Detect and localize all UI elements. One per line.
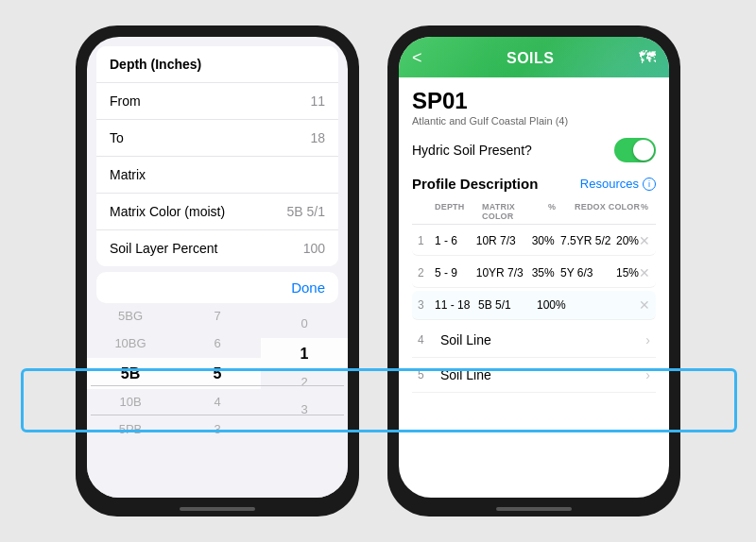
soil-id: SP01 — [412, 89, 656, 113]
left-content: Depth (Inches) From 11 To 18 Matrix — [87, 37, 348, 498]
row3-delete[interactable]: ✕ — [639, 297, 650, 313]
from-value: 11 — [310, 93, 325, 109]
scene: Depth (Inches) From 11 To 18 Matrix — [0, 0, 756, 542]
picker-item: 10B — [87, 389, 174, 416]
resources-label: Resources — [580, 177, 639, 191]
picker-item: 5PB — [87, 416, 174, 444]
picker-col-hue[interactable]: 5BG 10BG 5B 10B 5PB — [87, 303, 174, 498]
right-phone: < SOILS 🗺 SP01 Atlantic and Gulf Coastal… — [387, 25, 680, 517]
chevron-right-4: › — [645, 332, 650, 347]
picker-col-chroma[interactable]: 0 1 2 3 — [261, 303, 348, 498]
row3-depth: 11 - 18 — [435, 298, 478, 312]
matrix-label: Matrix — [110, 167, 146, 182]
done-button[interactable]: Done — [291, 279, 325, 296]
picker-item: 6 — [174, 330, 261, 358]
row1-redox: 7.5YR 5/2 — [560, 234, 616, 247]
chevron-right-5: › — [645, 367, 650, 382]
form-row-matrix[interactable]: Matrix — [96, 157, 338, 194]
soils-title: SOILS — [422, 50, 639, 67]
soils-body[interactable]: SP01 Atlantic and Gulf Coastal Plain (4)… — [399, 77, 669, 498]
to-value: 18 — [310, 130, 325, 145]
picker-item-selected-hue: 5B — [87, 358, 174, 390]
picker-item: 3 — [174, 416, 261, 444]
soil-line-4-num: 4 — [418, 333, 433, 347]
picker-item — [261, 303, 348, 311]
picker-item-selected-val: 5 — [174, 358, 261, 390]
row3-pct: 100% — [537, 298, 567, 312]
picker-col-value[interactable]: 7 6 5 4 3 — [174, 303, 261, 498]
row1-pct: 30% — [532, 234, 560, 247]
row1-delete[interactable]: ✕ — [639, 233, 650, 248]
soil-line-4-label: Soil Line — [440, 332, 491, 347]
row1-pct2: 20% — [616, 234, 639, 247]
picker-item-selected-chroma: 1 — [261, 338, 348, 370]
form-row-from[interactable]: From 11 — [96, 83, 338, 120]
picker-wheel: 5BG 10BG 5B 10B 5PB 7 6 5 4 3 — [87, 303, 348, 498]
th-pct2: % — [641, 202, 650, 221]
hydric-toggle[interactable] — [614, 138, 656, 162]
toggle-label: Hydric Soil Present? — [412, 143, 532, 158]
layer-pct-value: 100 — [303, 241, 325, 256]
soil-line-5-num: 5 — [418, 368, 433, 381]
soil-line-5[interactable]: 5 Soil Line › — [412, 358, 656, 393]
form-row-header: Depth (Inches) — [96, 46, 338, 83]
matrix-color-value: 5B 5/1 — [287, 204, 325, 219]
info-icon: i — [643, 178, 656, 191]
picker-item: 3 — [261, 397, 348, 424]
row2-pct2: 15% — [616, 266, 639, 279]
row2-depth: 5 - 9 — [435, 266, 476, 279]
th-pct: % — [548, 202, 575, 221]
row1-matrix: 10R 7/3 — [476, 234, 532, 247]
to-label: To — [110, 130, 124, 145]
row1-depth: 1 - 6 — [435, 234, 476, 247]
table-header: DEPTH MATRIX COLOR % REDOX COLOR % — [412, 199, 656, 225]
form-row-matrix-color[interactable]: Matrix Color (moist) 5B 5/1 — [96, 194, 338, 230]
soils-header: < SOILS 🗺 — [399, 37, 669, 77]
form-row-layer-pct[interactable]: Soil Layer Percent 100 — [96, 230, 338, 266]
row2-matrix: 10YR 7/3 — [476, 266, 532, 279]
form-row-to[interactable]: To 18 — [96, 120, 338, 157]
picker-item: 2 — [261, 369, 348, 397]
map-icon[interactable]: 🗺 — [639, 48, 656, 68]
picker-item: 0 — [261, 311, 348, 338]
table-row-1[interactable]: 1 1 - 6 10R 7/3 30% 7.5YR 5/2 20% ✕ — [412, 227, 656, 256]
soil-subtitle: Atlantic and Gulf Coastal Plain (4) — [412, 115, 656, 127]
row3-num: 3 — [418, 298, 435, 312]
table-row-2[interactable]: 2 5 - 9 10YR 7/3 35% 5Y 6/3 15% ✕ — [412, 259, 656, 288]
picker-item: 10BG — [87, 330, 174, 358]
picker-item: 5BG — [87, 303, 174, 330]
row3-matrix: 5B 5/1 — [478, 298, 537, 312]
left-screen: Depth (Inches) From 11 To 18 Matrix — [87, 37, 348, 498]
row2-num: 2 — [418, 266, 435, 279]
row2-delete[interactable]: ✕ — [639, 265, 650, 280]
th-redox: REDOX COLOR — [575, 202, 641, 221]
soil-line-4-left: 4 Soil Line — [418, 332, 491, 347]
right-screen: < SOILS 🗺 SP01 Atlantic and Gulf Coastal… — [399, 37, 669, 498]
home-indicator-left — [180, 507, 255, 511]
soil-line-4[interactable]: 4 Soil Line › — [412, 323, 656, 358]
resources-link[interactable]: Resources i — [580, 177, 656, 191]
matrix-color-label: Matrix Color (moist) — [110, 204, 225, 219]
th-matrix: MATRIX COLOR — [482, 202, 548, 221]
picker-area[interactable]: 5BG 10BG 5B 10B 5PB 7 6 5 4 3 — [87, 303, 348, 498]
soil-line-5-label: Soil Line — [440, 367, 491, 382]
toggle-row: Hydric Soil Present? — [412, 138, 656, 162]
th-depth: DEPTH — [435, 202, 482, 221]
row1-num: 1 — [418, 234, 435, 247]
depth-header-label: Depth (Inches) — [110, 57, 201, 72]
soil-line-5-left: 5 Soil Line — [418, 367, 491, 382]
row2-redox: 5Y 6/3 — [560, 266, 616, 279]
section-header: Profile Description Resources i — [412, 176, 656, 192]
profile-title: Profile Description — [412, 176, 538, 192]
picker-item: 7 — [174, 303, 261, 330]
th-num — [418, 202, 435, 221]
back-button[interactable]: < — [412, 48, 422, 68]
row2-pct: 35% — [532, 266, 560, 279]
left-phone: Depth (Inches) From 11 To 18 Matrix — [76, 25, 359, 517]
form-section: Depth (Inches) From 11 To 18 Matrix — [96, 46, 338, 266]
picker-item: 4 — [174, 389, 261, 416]
table-row-3[interactable]: 3 11 - 18 5B 5/1 100% ✕ — [412, 291, 656, 320]
right-content: < SOILS 🗺 SP01 Atlantic and Gulf Coastal… — [399, 37, 669, 498]
home-indicator-right — [496, 507, 572, 511]
done-row: Done — [96, 272, 338, 303]
